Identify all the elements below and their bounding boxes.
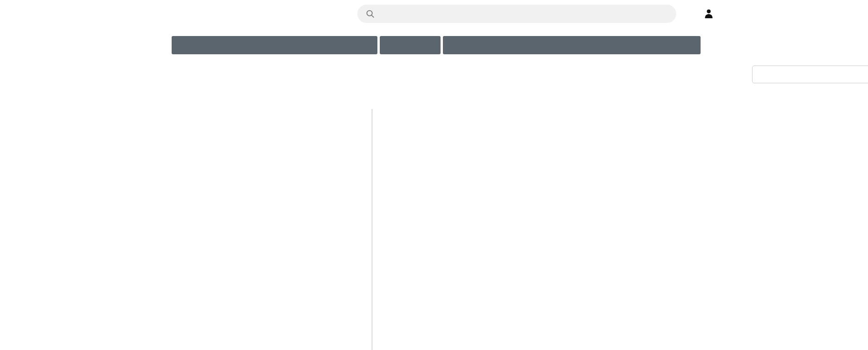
- cac-logo[interactable]: [95, 0, 98, 32]
- prev-set-button[interactable]: [172, 36, 377, 54]
- top-navigation-bar: [0, 0, 868, 29]
- site-search-input[interactable]: [357, 5, 676, 23]
- next-set-button[interactable]: [443, 36, 701, 54]
- main-nav: [149, 0, 179, 27]
- table-search-input[interactable]: [752, 66, 868, 83]
- search-icon: [365, 9, 375, 19]
- start-over-button[interactable]: [380, 36, 441, 54]
- frozen-column-divider: [372, 109, 372, 350]
- user-icon: [703, 8, 714, 19]
- my-account-button[interactable]: [703, 0, 718, 27]
